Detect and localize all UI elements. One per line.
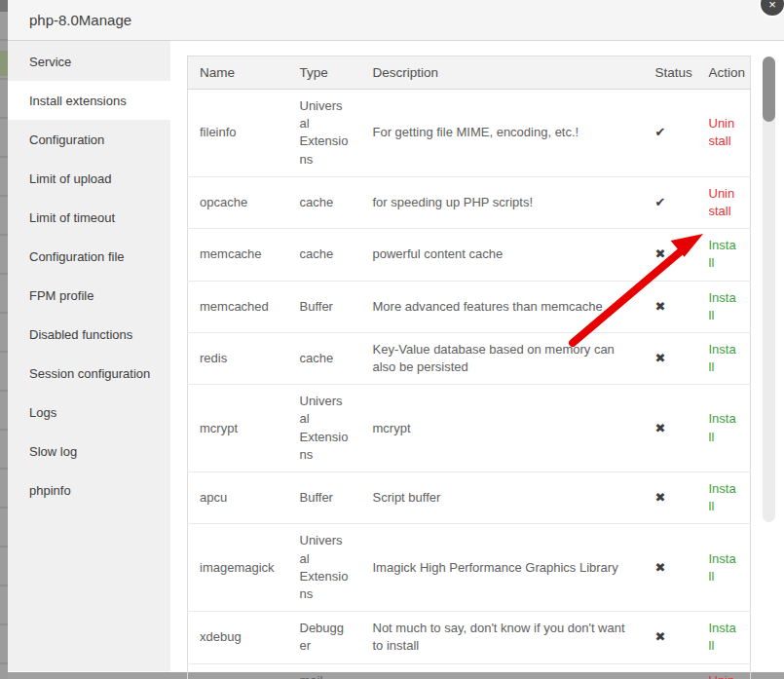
sidebar-item-fpm-profile[interactable]: FPM profile [8, 276, 170, 315]
background-fragment [0, 0, 8, 12]
status-icon: ✔ [655, 125, 666, 139]
sidebar-item-label: Configuration file [29, 249, 125, 264]
sidebar-item-label: Limit of upload [29, 171, 112, 186]
status-icon: ✖ [655, 490, 666, 505]
status-icon: ✖ [655, 351, 666, 365]
column-header-action: Action [697, 57, 751, 90]
action-link[interactable]: Install [709, 621, 736, 653]
php-manage-modal: php-8.0Manage Service Install extensions… [8, 0, 784, 672]
sidebar-item-limit-of-timeout[interactable]: Limit of timeout [8, 198, 170, 237]
background-fragment-green [0, 51, 8, 76]
action-link[interactable]: Install [709, 342, 736, 374]
action-link[interactable]: Install [709, 481, 736, 513]
ext-type: Universal Extensions [288, 524, 361, 612]
action-link[interactable]: Install [709, 238, 736, 270]
table-row: memcache cache powerful content cache ✖ … [188, 229, 751, 281]
ext-type: cache [288, 229, 361, 281]
table-row: imagemagick Universal Extensions Imagick… [188, 524, 751, 612]
sidebar-item-limit-of-upload[interactable]: Limit of upload [8, 159, 170, 198]
column-header-status: Status [644, 57, 697, 90]
modal-header: php-8.0Manage [8, 0, 784, 41]
sidebar-item-label: Service [29, 55, 71, 69]
ext-name: xdebug [188, 612, 288, 663]
ext-type: Debugger [288, 612, 361, 663]
ext-name: opcache [188, 176, 288, 228]
ext-description: For getting file MIME, encoding, etc.! [361, 90, 644, 177]
ext-name: memcached [188, 281, 288, 332]
table-row: fileinfo Universal Extensions For gettin… [188, 90, 751, 177]
status-icon: ✖ [655, 421, 666, 435]
sidebar-item-label: Install extensions [29, 94, 127, 108]
scrollbar-track[interactable] [763, 57, 775, 522]
column-header-type: Type [288, 57, 361, 90]
ext-type: Universal Extensions [288, 90, 361, 177]
table-header-row: Name Type Description Status Action [188, 57, 751, 90]
ext-type: Buffer [288, 472, 361, 524]
ext-name: redis [188, 332, 288, 384]
action-link[interactable]: Install [709, 290, 736, 322]
table-row: xdebug Debugger Not much to say, don't k… [188, 612, 751, 663]
sidebar-item-label: phpinfo [29, 483, 71, 498]
table-row: opcache cache for speeding up PHP script… [188, 176, 751, 228]
table-row: apcu Buffer Script buffer ✖ Install [188, 472, 751, 524]
sidebar-item-label: Configuration [29, 132, 104, 147]
modal-title: php-8.0Manage [29, 12, 131, 28]
ext-name: imap [188, 663, 288, 679]
ext-type: Universal Extensions [288, 385, 361, 472]
action-link[interactable]: Uninstall [709, 673, 735, 679]
sidebar-item-label: Limit of timeout [29, 210, 115, 225]
ext-description: Key-Value database based on memory can a… [361, 332, 644, 384]
extensions-table-body: fileinfo Universal Extensions For gettin… [188, 90, 751, 679]
table-row: memcached Buffer More advanced features … [188, 281, 751, 332]
sidebar: Service Install extensions Configuration… [8, 41, 170, 671]
status-icon: ✔ [655, 195, 666, 209]
ext-name: memcache [188, 229, 288, 281]
ext-description: Script buffer [361, 472, 644, 524]
status-icon: ✖ [655, 246, 666, 261]
ext-description: More advanced features than memcache [361, 281, 644, 332]
modal-body: Service Install extensions Configuration… [8, 41, 784, 671]
table-row: imap mail service mail server mandatory … [188, 663, 751, 679]
sidebar-item-label: FPM profile [29, 288, 93, 303]
sidebar-item-service[interactable]: Service [8, 42, 170, 81]
table-row: redis cache Key-Value database based on … [188, 332, 751, 384]
status-icon: ✖ [655, 560, 666, 575]
ext-name: mcrypt [188, 385, 288, 472]
ext-description: mail server mandatory [361, 663, 644, 679]
action-link[interactable]: Uninstall [709, 116, 735, 148]
ext-description: powerful content cache [361, 229, 644, 281]
dimmed-background-strip [0, 0, 8, 679]
sidebar-item-session-configuration[interactable]: Session configuration [8, 354, 170, 393]
ext-description: mcrypt [361, 385, 644, 472]
sidebar-item-slow-log[interactable]: Slow log [8, 432, 170, 471]
sidebar-item-label: Slow log [29, 444, 77, 459]
ext-type: cache [288, 176, 361, 228]
ext-description: Imagick High Performance Graphics Librar… [361, 524, 644, 612]
ext-description: Not much to say, don't know if you don't… [361, 612, 644, 663]
ext-description: for speeding up PHP scripts! [361, 176, 644, 228]
action-link[interactable]: Install [709, 551, 736, 584]
sidebar-item-disabled-functions[interactable]: Disabled functions [8, 315, 170, 354]
ext-name: apcu [188, 472, 288, 524]
ext-name: fileinfo [188, 90, 288, 177]
sidebar-item-label: Session configuration [29, 366, 150, 381]
sidebar-item-label: Disabled functions [29, 327, 132, 342]
status-icon: ✖ [655, 299, 666, 314]
column-header-description: Description [361, 57, 644, 90]
ext-type: cache [288, 332, 361, 384]
content-area: Name Type Description Status Action file… [170, 41, 784, 671]
ext-type: Buffer [288, 281, 361, 332]
action-link[interactable]: Install [709, 411, 736, 443]
sidebar-item-label: Logs [29, 405, 56, 420]
sidebar-item-logs[interactable]: Logs [8, 393, 170, 432]
sidebar-item-phpinfo[interactable]: phpinfo [8, 471, 170, 509]
scrollbar-thumb[interactable] [763, 57, 775, 122]
action-link[interactable]: Uninstall [709, 186, 735, 218]
ext-name: imagemagick [188, 524, 288, 612]
sidebar-item-install-extensions[interactable]: Install extensions [8, 81, 170, 120]
column-header-name: Name [188, 57, 288, 90]
sidebar-item-configuration-file[interactable]: Configuration file [8, 237, 170, 276]
extensions-table: Name Type Description Status Action file… [187, 56, 751, 679]
table-row: mcrypt Universal Extensions mcrypt ✖ Ins… [188, 385, 751, 472]
sidebar-item-configuration[interactable]: Configuration [8, 120, 170, 159]
